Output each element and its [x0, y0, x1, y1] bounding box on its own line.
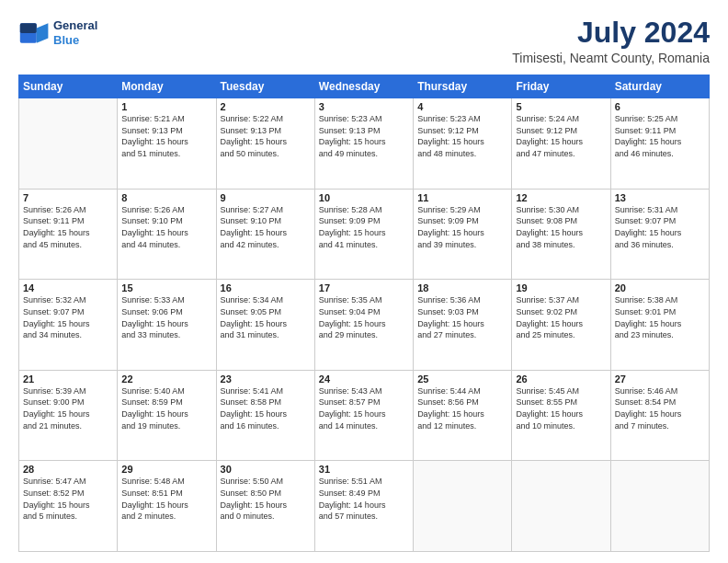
sunrise-text: Sunrise: 5:37 AM — [516, 295, 579, 304]
sunset-text: Sunset: 9:13 PM — [121, 126, 183, 135]
daylight-text-cont: and 7 minutes. — [615, 421, 669, 431]
daylight-text: Daylight: 15 hours — [221, 228, 288, 237]
day-number: 13 — [615, 192, 705, 203]
calendar-cell: 2Sunrise: 5:22 AMSunset: 9:13 PMDaylight… — [216, 98, 314, 190]
sunrise-text: Sunrise: 5:33 AM — [121, 295, 185, 304]
sunrise-text: Sunrise: 5:32 AM — [23, 295, 86, 304]
logo: General Blue — [18, 17, 97, 50]
day-number: 15 — [121, 282, 211, 293]
calendar-cell: 30Sunrise: 5:50 AMSunset: 8:50 PMDayligh… — [216, 461, 314, 552]
day-number: 24 — [319, 373, 409, 385]
day-info: Sunrise: 5:48 AMSunset: 8:51 PMDaylight:… — [121, 476, 211, 522]
day-number: 30 — [221, 464, 311, 475]
calendar-cell — [512, 461, 610, 552]
calendar-cell: 3Sunrise: 5:23 AMSunset: 9:13 PMDaylight… — [314, 98, 413, 190]
calendar-cell — [19, 98, 118, 190]
sunset-text: Sunset: 8:59 PM — [121, 397, 183, 407]
calendar-cell: 17Sunrise: 5:35 AMSunset: 9:04 PMDayligh… — [314, 280, 413, 371]
calendar-week-row: 21Sunrise: 5:39 AMSunset: 9:00 PMDayligh… — [19, 370, 710, 461]
day-info: Sunrise: 5:35 AMSunset: 9:04 PMDaylight:… — [319, 294, 409, 340]
sunrise-text: Sunrise: 5:45 AM — [516, 386, 579, 396]
day-number: 8 — [121, 192, 211, 203]
daylight-text: Daylight: 15 hours — [221, 137, 288, 146]
sunset-text: Sunset: 8:49 PM — [319, 488, 381, 498]
daylight-text-cont: and 14 minutes. — [319, 421, 378, 431]
sunrise-text: Sunrise: 5:46 AM — [615, 386, 678, 396]
month-year: July 2024 — [512, 17, 710, 49]
sunset-text: Sunset: 9:12 PM — [417, 126, 479, 135]
daylight-text-cont: and 41 minutes. — [319, 240, 378, 249]
day-number: 26 — [516, 373, 606, 385]
day-info: Sunrise: 5:26 AMSunset: 9:11 PMDaylight:… — [23, 204, 113, 250]
daylight-text: Daylight: 15 hours — [615, 319, 682, 328]
sunrise-text: Sunrise: 5:30 AM — [516, 205, 579, 214]
calendar-header-row: SundayMondayTuesdayWednesdayThursdayFrid… — [19, 75, 710, 98]
daylight-text-cont: and 57 minutes. — [319, 511, 378, 521]
sunset-text: Sunset: 9:13 PM — [319, 126, 381, 135]
daylight-text-cont: and 34 minutes. — [23, 330, 82, 339]
day-number: 23 — [221, 373, 311, 385]
daylight-text-cont: and 38 minutes. — [516, 240, 574, 249]
sunrise-text: Sunrise: 5:44 AM — [417, 386, 481, 396]
location: Timisesti, Neamt County, Romania — [512, 51, 710, 65]
sunrise-text: Sunrise: 5:23 AM — [319, 114, 382, 123]
sunset-text: Sunset: 9:06 PM — [121, 307, 183, 316]
day-number: 19 — [516, 282, 606, 293]
daylight-text: Daylight: 15 hours — [121, 319, 188, 328]
day-info: Sunrise: 5:51 AMSunset: 8:49 PMDaylight:… — [319, 476, 409, 522]
sunset-text: Sunset: 8:54 PM — [615, 397, 677, 407]
sunset-text: Sunset: 9:02 PM — [516, 307, 577, 316]
sunrise-text: Sunrise: 5:22 AM — [221, 114, 284, 123]
calendar-cell: 22Sunrise: 5:40 AMSunset: 8:59 PMDayligh… — [118, 370, 216, 461]
calendar-cell: 5Sunrise: 5:24 AMSunset: 9:12 PMDaylight… — [512, 98, 610, 190]
day-info: Sunrise: 5:39 AMSunset: 9:00 PMDaylight:… — [23, 385, 113, 431]
weekday-header: Sunday — [19, 75, 118, 98]
calendar-cell: 14Sunrise: 5:32 AMSunset: 9:07 PMDayligh… — [19, 280, 118, 371]
day-number: 6 — [615, 101, 705, 112]
daylight-text: Daylight: 14 hours — [319, 500, 386, 510]
calendar-cell — [414, 461, 512, 552]
sunset-text: Sunset: 9:05 PM — [221, 307, 282, 316]
sunset-text: Sunset: 9:12 PM — [516, 126, 577, 135]
daylight-text-cont: and 16 minutes. — [221, 421, 279, 431]
sunrise-text: Sunrise: 5:25 AM — [615, 114, 678, 123]
day-number: 28 — [23, 464, 113, 475]
daylight-text: Daylight: 15 hours — [319, 319, 386, 328]
sunset-text: Sunset: 9:09 PM — [319, 216, 381, 225]
calendar-cell: 6Sunrise: 5:25 AMSunset: 9:11 PMDaylight… — [610, 98, 709, 190]
day-info: Sunrise: 5:50 AMSunset: 8:50 PMDaylight:… — [221, 476, 311, 522]
sunrise-text: Sunrise: 5:50 AM — [221, 477, 284, 486]
daylight-text-cont: and 44 minutes. — [121, 240, 180, 249]
sunset-text: Sunset: 9:10 PM — [121, 216, 183, 225]
daylight-text-cont: and 2 minutes. — [121, 511, 176, 521]
daylight-text-cont: and 31 minutes. — [221, 330, 279, 339]
day-info: Sunrise: 5:43 AMSunset: 8:57 PMDaylight:… — [319, 385, 409, 431]
daylight-text: Daylight: 15 hours — [417, 228, 484, 237]
sunset-text: Sunset: 9:03 PM — [417, 307, 479, 316]
day-info: Sunrise: 5:40 AMSunset: 8:59 PMDaylight:… — [121, 385, 211, 431]
day-number: 3 — [319, 101, 409, 112]
calendar-cell: 1Sunrise: 5:21 AMSunset: 9:13 PMDaylight… — [118, 98, 216, 190]
day-info: Sunrise: 5:22 AMSunset: 9:13 PMDaylight:… — [221, 113, 311, 159]
calendar-cell: 23Sunrise: 5:41 AMSunset: 8:58 PMDayligh… — [216, 370, 314, 461]
calendar-week-row: 7Sunrise: 5:26 AMSunset: 9:11 PMDaylight… — [19, 189, 710, 280]
weekday-header: Thursday — [414, 75, 512, 98]
calendar-cell: 18Sunrise: 5:36 AMSunset: 9:03 PMDayligh… — [414, 280, 512, 371]
daylight-text: Daylight: 15 hours — [221, 500, 288, 510]
sunset-text: Sunset: 8:51 PM — [121, 488, 183, 498]
svg-marker-2 — [37, 23, 49, 43]
day-number: 2 — [221, 101, 311, 112]
sunset-text: Sunset: 8:56 PM — [417, 397, 479, 407]
sunset-text: Sunset: 8:52 PM — [23, 488, 85, 498]
sunrise-text: Sunrise: 5:51 AM — [319, 477, 382, 486]
daylight-text: Daylight: 15 hours — [615, 228, 682, 237]
weekday-header: Friday — [512, 75, 610, 98]
header: General Blue July 2024 Timisesti, Neamt … — [18, 17, 710, 65]
calendar-cell: 8Sunrise: 5:26 AMSunset: 9:10 PMDaylight… — [118, 189, 216, 280]
sunset-text: Sunset: 9:13 PM — [221, 126, 282, 135]
calendar-cell: 27Sunrise: 5:46 AMSunset: 8:54 PMDayligh… — [610, 370, 709, 461]
sunrise-text: Sunrise: 5:27 AM — [221, 205, 284, 214]
sunrise-text: Sunrise: 5:26 AM — [121, 205, 185, 214]
day-info: Sunrise: 5:34 AMSunset: 9:05 PMDaylight:… — [221, 294, 311, 340]
daylight-text: Daylight: 15 hours — [23, 319, 90, 328]
